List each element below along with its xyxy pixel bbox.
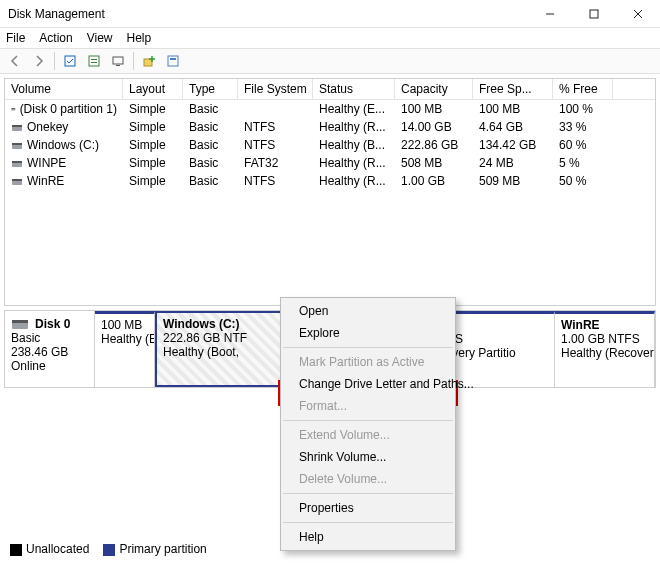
vol-status: Healthy (B... — [313, 136, 395, 154]
disk-info[interactable]: Disk 0 Basic 238.46 GB Online — [5, 311, 95, 387]
action-icon[interactable] — [138, 51, 160, 71]
vol-fs: NTFS — [238, 172, 313, 190]
close-button[interactable] — [616, 0, 660, 28]
vol-status: Healthy (E... — [313, 100, 395, 118]
vol-free: 134.42 GB — [473, 136, 553, 154]
vol-pct: 100 % — [553, 100, 613, 118]
separator — [54, 52, 55, 70]
legend-unallocated: Unallocated — [26, 542, 89, 556]
vol-status: Healthy (R... — [313, 118, 395, 136]
vol-fs: FAT32 — [238, 154, 313, 172]
partition-status: Healthy (Recovery — [561, 346, 648, 360]
vol-free: 509 MB — [473, 172, 553, 190]
ctx-format: Format... — [281, 395, 455, 417]
col-status[interactable]: Status — [313, 79, 395, 99]
disk-size: 238.46 GB — [11, 345, 88, 359]
menu-help[interactable]: Help — [127, 31, 152, 45]
column-headers: Volume Layout Type File System Status Ca… — [5, 79, 655, 100]
svg-rect-11 — [168, 56, 178, 66]
partition-size: 100 MB — [101, 318, 148, 332]
context-menu: Open Explore Mark Partition as Active Ch… — [280, 297, 456, 551]
table-row[interactable]: (Disk 0 partition 1)SimpleBasicHealthy (… — [5, 100, 655, 118]
legend-swatch-unallocated — [10, 544, 22, 556]
separator — [133, 52, 134, 70]
menu-action[interactable]: Action — [39, 31, 72, 45]
vol-layout: Simple — [123, 154, 183, 172]
svg-rect-12 — [170, 58, 176, 60]
svg-rect-4 — [65, 56, 75, 66]
refresh-icon[interactable] — [59, 51, 81, 71]
settings-icon[interactable] — [83, 51, 105, 71]
vol-type: Basic — [183, 154, 238, 172]
vol-type: Basic — [183, 136, 238, 154]
col-layout[interactable]: Layout — [123, 79, 183, 99]
separator — [283, 420, 453, 421]
disk-label: Disk 0 — [35, 317, 70, 331]
partition-block[interactable]: 100 MBHealthy (EF — [95, 311, 155, 387]
drive-icon — [11, 103, 16, 115]
vol-capacity: 1.00 GB — [395, 172, 473, 190]
vol-name: Windows (C:) — [27, 138, 99, 152]
table-row[interactable]: WinRESimpleBasicNTFSHealthy (R...1.00 GB… — [5, 172, 655, 190]
svg-rect-14 — [11, 108, 15, 109]
table-row[interactable]: OnekeySimpleBasicNTFSHealthy (R...14.00 … — [5, 118, 655, 136]
vol-capacity: 14.00 GB — [395, 118, 473, 136]
maximize-button[interactable] — [572, 0, 616, 28]
col-volume[interactable]: Volume — [5, 79, 123, 99]
ctx-explore[interactable]: Explore — [281, 322, 455, 344]
volume-list: Volume Layout Type File System Status Ca… — [4, 78, 656, 306]
col-filesystem[interactable]: File System — [238, 79, 313, 99]
ctx-open[interactable]: Open — [281, 300, 455, 322]
vol-layout: Simple — [123, 136, 183, 154]
drive-icon — [11, 157, 23, 169]
svg-rect-16 — [12, 125, 22, 127]
properties-icon[interactable] — [162, 51, 184, 71]
window-title: Disk Management — [8, 7, 528, 21]
col-capacity[interactable]: Capacity — [395, 79, 473, 99]
vol-name: WinRE — [27, 174, 64, 188]
drive-icon — [11, 175, 23, 187]
drive-icon — [11, 121, 23, 133]
vol-pct: 5 % — [553, 154, 613, 172]
svg-rect-5 — [89, 56, 99, 66]
back-icon[interactable] — [4, 51, 26, 71]
vol-free: 24 MB — [473, 154, 553, 172]
vol-type: Basic — [183, 118, 238, 136]
svg-rect-22 — [12, 179, 22, 181]
ctx-change-drive-letter[interactable]: Change Drive Letter and Paths... — [281, 373, 455, 395]
col-type[interactable]: Type — [183, 79, 238, 99]
svg-rect-24 — [12, 320, 28, 323]
ctx-delete: Delete Volume... — [281, 468, 455, 490]
menu-file[interactable]: File — [6, 31, 25, 45]
svg-rect-20 — [12, 161, 22, 163]
separator — [283, 522, 453, 523]
computer-icon[interactable] — [107, 51, 129, 71]
svg-rect-10 — [144, 59, 152, 66]
vol-capacity: 100 MB — [395, 100, 473, 118]
menu-view[interactable]: View — [87, 31, 113, 45]
vol-fs: NTFS — [238, 136, 313, 154]
separator — [283, 493, 453, 494]
legend-swatch-primary — [103, 544, 115, 556]
vol-pct: 60 % — [553, 136, 613, 154]
col-pctfree[interactable]: % Free — [553, 79, 613, 99]
vol-fs: NTFS — [238, 118, 313, 136]
vol-layout: Simple — [123, 118, 183, 136]
vol-type: Basic — [183, 172, 238, 190]
table-row[interactable]: Windows (C:)SimpleBasicNTFSHealthy (B...… — [5, 136, 655, 154]
table-row[interactable]: WINPESimpleBasicFAT32Healthy (R...508 MB… — [5, 154, 655, 172]
svg-rect-8 — [113, 57, 123, 64]
ctx-shrink[interactable]: Shrink Volume... — [281, 446, 455, 468]
ctx-properties[interactable]: Properties — [281, 497, 455, 519]
separator — [283, 347, 453, 348]
disk-icon — [11, 317, 29, 331]
ctx-help[interactable]: Help — [281, 526, 455, 548]
vol-status: Healthy (R... — [313, 172, 395, 190]
minimize-button[interactable] — [528, 0, 572, 28]
col-free[interactable]: Free Sp... — [473, 79, 553, 99]
toolbar — [0, 48, 660, 74]
vol-fs — [238, 100, 313, 118]
partition-block[interactable]: WinRE1.00 GB NTFSHealthy (Recovery — [555, 311, 655, 387]
legend: Unallocated Primary partition — [10, 542, 207, 556]
forward-icon[interactable] — [28, 51, 50, 71]
